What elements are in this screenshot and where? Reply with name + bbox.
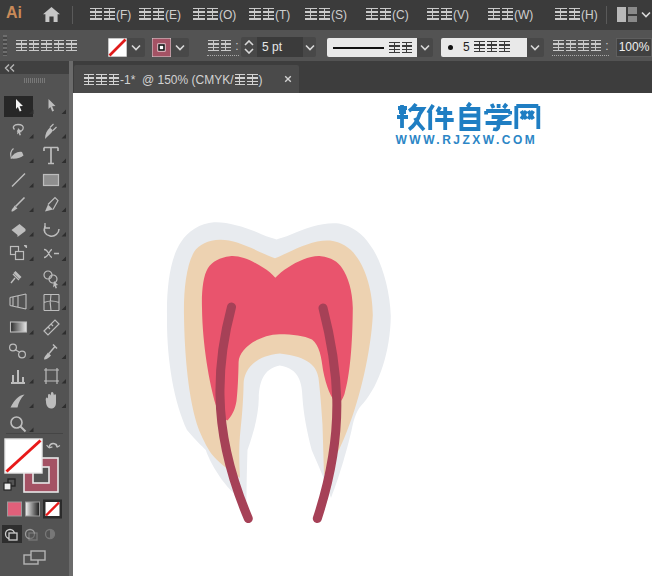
svg-text:WWW.RJZXW.COM: WWW.RJZXW.COM — [396, 133, 538, 147]
